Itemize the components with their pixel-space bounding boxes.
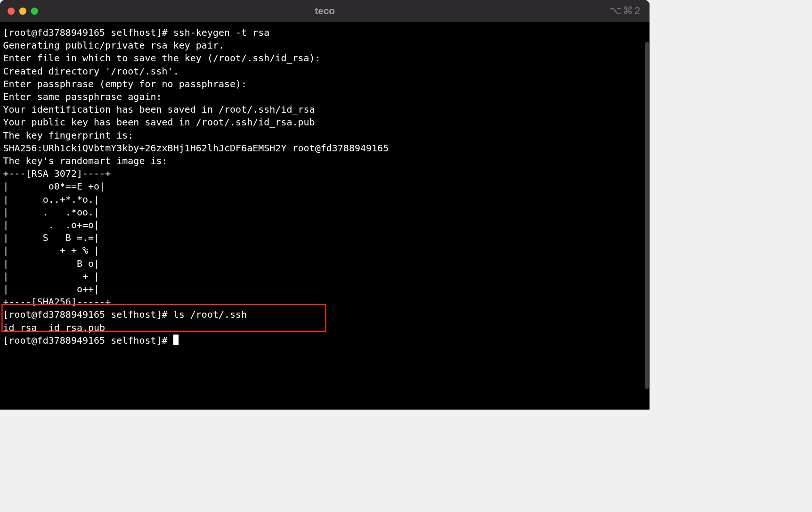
output-line: The key fingerprint is: (3, 129, 646, 142)
output-line: Enter passphrase (empty for no passphras… (3, 78, 646, 91)
output-line: +---[RSA 3072]----+ (3, 167, 646, 180)
output-line: | + | (3, 270, 646, 283)
output-line: Enter same passphrase again: (3, 91, 646, 103)
terminal-viewport[interactable]: [root@fd3788949165 selfhost]# ssh-keygen… (0, 22, 650, 409)
traffic-lights (0, 8, 38, 15)
minimize-button[interactable] (19, 8, 26, 15)
output-line: id_rsa id_rsa.pub (3, 322, 646, 334)
window-title: teco (0, 5, 650, 17)
output-line: Generating public/private rsa key pair. (3, 39, 646, 52)
output-line: | . .o+=o| (3, 219, 646, 231)
output-line: | S B =.=| (3, 231, 646, 244)
command: ssh-keygen -t rsa (173, 27, 270, 38)
output-line: SHA256:URh1ckiQVbtmY3kby+26zxBHj1H62lhJc… (3, 142, 646, 155)
output-line: | . .*oo.| (3, 206, 646, 219)
prompt-line-active[interactable]: [root@fd3788949165 selfhost]# (3, 334, 646, 347)
output-line: Your identification has been saved in /r… (3, 103, 646, 116)
output-line: | o++| (3, 283, 646, 296)
output-line: Enter file in which to save the key (/ro… (3, 52, 646, 65)
scrollbar-thumb[interactable] (645, 42, 649, 389)
shell-prompt: [root@fd3788949165 selfhost]# (3, 335, 173, 346)
shortcut-hint: ⌥⌘2 (609, 5, 641, 17)
output-line: | o0*==E +o| (3, 180, 646, 193)
shell-prompt: [root@fd3788949165 selfhost]# (3, 27, 173, 38)
command: ls /root/.ssh (173, 309, 247, 320)
output-line: +----[SHA256]-----+ (3, 296, 646, 308)
output-line: The key's randomart image is: (3, 155, 646, 167)
output-line: | B o| (3, 257, 646, 270)
scrollbar[interactable] (645, 23, 649, 408)
output-line: | + + % | (3, 244, 646, 257)
output-line: | o..+*.*o.| (3, 193, 646, 206)
maximize-button[interactable] (31, 8, 38, 15)
close-button[interactable] (8, 8, 15, 15)
prompt-line: [root@fd3788949165 selfhost]# ssh-keygen… (3, 26, 646, 39)
output-line: Created directory '/root/.ssh'. (3, 65, 646, 78)
output-line: Your public key has been saved in /root/… (3, 116, 646, 129)
terminal-window: teco ⌥⌘2 [root@fd3788949165 selfhost]# s… (0, 0, 650, 410)
titlebar[interactable]: teco ⌥⌘2 (0, 0, 650, 22)
shell-prompt: [root@fd3788949165 selfhost]# (3, 309, 173, 320)
prompt-line: [root@fd3788949165 selfhost]# ls /root/.… (3, 308, 646, 321)
cursor (173, 335, 179, 345)
